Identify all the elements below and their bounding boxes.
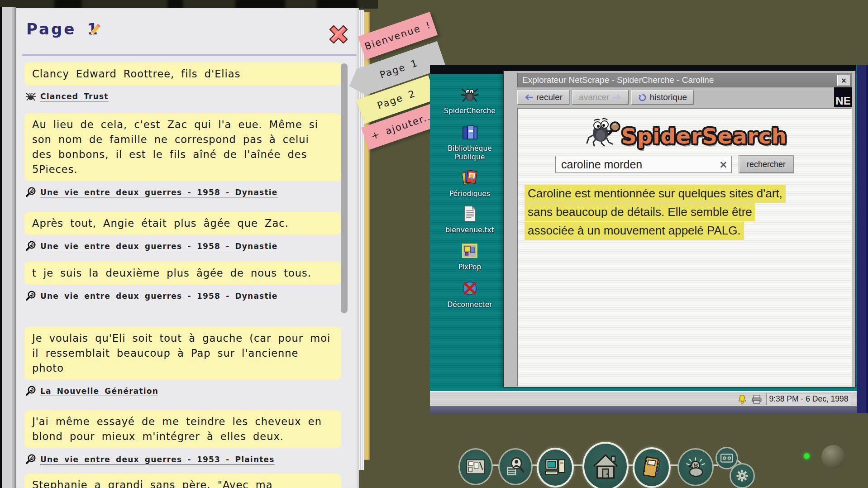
source-label: Clanced Trust xyxy=(40,92,109,101)
note-entry: Stephanie a grandi sans père. "Avec ma xyxy=(24,474,341,488)
browser-titlebar[interactable]: Explorateur NetScrape - SpiderCherche - … xyxy=(517,73,852,87)
window-close-button[interactable]: × xyxy=(837,75,850,86)
printer-icon xyxy=(751,394,763,404)
note-source-link[interactable]: La Nouvelle Génération xyxy=(25,386,341,397)
desktop-icon-label: Bibliothèque Publique xyxy=(434,144,506,162)
note-text[interactable]: t je suis la deuxième plus âgée de nous … xyxy=(24,262,341,285)
note-source-link[interactable]: Une vie entre deux guerres - 1958 - Dyna… xyxy=(25,241,341,252)
dock-evidence-board-button[interactable] xyxy=(458,448,493,485)
forward-label: avancer xyxy=(579,92,610,102)
image-viewer-icon xyxy=(461,242,479,260)
bell-icon xyxy=(737,394,747,405)
dock-computer-button[interactable] xyxy=(537,448,574,488)
result-line: associée à un mouvement appelé PALG. xyxy=(525,222,744,240)
magazines-icon xyxy=(460,168,479,187)
notebook-scrollbar[interactable] xyxy=(341,63,348,313)
browser-window: Explorateur NetScrape - SpiderCherche - … xyxy=(503,71,856,388)
source-label: La Nouvelle Génération xyxy=(40,387,158,396)
dock-duck-button[interactable] xyxy=(677,448,714,486)
note-text[interactable]: Au lieu de cela, c'est Zac qui l'a eue. … xyxy=(24,113,341,181)
desktop-icon-label: Déconnecter xyxy=(434,301,506,309)
history-button[interactable]: historique xyxy=(631,90,694,105)
evidence-board-icon xyxy=(466,459,486,475)
note-text[interactable]: Clancy Edward Roottree, fils d'Elias xyxy=(24,62,341,86)
search-results: Caroline est mentionnée sur quelques sit… xyxy=(525,185,851,240)
cassette-icon xyxy=(720,453,734,463)
clear-search-icon[interactable]: × xyxy=(719,158,728,170)
computer-icon xyxy=(544,458,566,477)
notebook-panel: Page 1 Clancy Edward Roottree, xyxy=(0,7,370,488)
gear-icon xyxy=(735,469,749,483)
notebook-left-page-edge xyxy=(0,7,16,488)
back-button[interactable]: reculer xyxy=(517,90,569,105)
magnifier-icon xyxy=(25,241,36,252)
history-icon xyxy=(638,93,647,102)
spider-mascot-icon xyxy=(582,115,624,148)
home-icon xyxy=(591,453,620,480)
forward-button[interactable]: avancer xyxy=(572,90,629,105)
netscrape-logo: NE xyxy=(834,87,852,107)
source-label: Une vie entre deux guerres - 1958 - Dyna… xyxy=(40,292,277,301)
duck-icon xyxy=(685,457,706,478)
header-divider xyxy=(22,54,357,56)
note-text[interactable]: Stephanie a grandi sans père. "Avec ma xyxy=(24,474,341,488)
dock-journal-button[interactable] xyxy=(633,447,671,488)
journal-icon xyxy=(640,456,663,479)
note-source-link[interactable]: Une vie entre deux guerres - 1958 - Dyna… xyxy=(25,291,341,301)
note-entry: t je suis la deuxième plus âgée de nous … xyxy=(24,262,341,301)
text-file-icon xyxy=(461,205,479,223)
monitor-right-bezel xyxy=(856,65,868,413)
monitor-bottom-bezel xyxy=(430,406,857,414)
note-source-link[interactable]: Une vie entre deux guerres - 1953 - Plai… xyxy=(25,454,341,465)
spidersearch-logo: SpiderSearch xyxy=(518,113,851,148)
back-label: reculer xyxy=(536,92,563,102)
spidersearch-wordmark: SpiderSearch xyxy=(621,124,787,148)
note-entry: J'ai même essayé de me teindre les cheve… xyxy=(24,410,341,465)
source-label: Une vie entre deux guerres - 1958 - Dyna… xyxy=(40,188,277,197)
forward-arrow-icon xyxy=(613,94,622,100)
dock-research-button[interactable] xyxy=(498,448,533,485)
note-entry: Clancy Edward Roottree, fils d'Elias Cla… xyxy=(24,62,341,101)
magnifier-icon xyxy=(25,454,36,465)
desktop-icon-deconnecter[interactable]: Déconnecter xyxy=(434,279,506,309)
notebook-page: Page 1 Clancy Edward Roottree, xyxy=(16,8,359,488)
desktop-icon-label: Périodiques xyxy=(434,190,506,198)
magnifier-icon xyxy=(25,187,36,198)
dock-settings-button[interactable] xyxy=(730,463,755,488)
magnifier-icon xyxy=(25,291,36,301)
back-arrow-icon xyxy=(524,94,533,100)
disconnect-globe-icon xyxy=(461,279,479,297)
desktop-icon-label: SpiderCherche xyxy=(434,107,506,115)
magnifier-icon xyxy=(25,386,36,397)
search-bar: × rechercher xyxy=(555,156,851,173)
note-text[interactable]: Je voulais qu'Eli soit tout à gauche (ca… xyxy=(24,327,341,380)
desktop-icon-bibliotheque[interactable]: Bibliothèque Publique xyxy=(434,123,506,162)
search-button[interactable]: rechercher xyxy=(739,156,793,173)
result-line: sans beaucoup de détails. Elle semble êt… xyxy=(525,203,755,221)
desktop-icon-bienvenue-txt[interactable]: bienvenue.txt xyxy=(434,205,506,234)
books-icon xyxy=(460,123,479,141)
source-label: Une vie entre deux guerres - 1958 - Dyna… xyxy=(40,242,277,251)
note-entry: Je voulais qu'Eli soit tout à gauche (ca… xyxy=(24,327,341,397)
note-text[interactable]: J'ai même essayé de me teindre les cheve… xyxy=(24,410,341,448)
desktop-icon-label: PixPop xyxy=(434,263,506,272)
desktop-icon-spidercherche[interactable]: SpiderCherche xyxy=(434,86,506,115)
close-notebook-button[interactable] xyxy=(327,23,350,46)
desktop-icon-label: bienvenue.txt xyxy=(434,226,506,234)
browser-toolbar: reculer avancer historique NE xyxy=(517,87,852,106)
note-source-link[interactable]: Une vie entre deux guerres - 1958 - Dyna… xyxy=(25,187,341,198)
trackball xyxy=(821,445,845,469)
spider-icon xyxy=(460,86,479,104)
system-clock: 9:38 PM - 6 Dec, 1998 xyxy=(766,393,851,405)
result-line: Caroline est mentionnée sur quelques sit… xyxy=(525,185,786,203)
note-entry: Après tout, Angie était plus âgée que Za… xyxy=(24,212,341,252)
note-source-link[interactable]: Clanced Trust xyxy=(25,91,341,101)
close-icon xyxy=(327,23,350,46)
dock-home-button[interactable] xyxy=(582,442,629,488)
desktop-icon-pixpop[interactable]: PixPop xyxy=(434,242,506,272)
note-text[interactable]: Après tout, Angie était plus âgée que Za… xyxy=(24,212,341,235)
edit-pencil-icon[interactable] xyxy=(87,23,102,38)
desktop-icon-periodiques[interactable]: Périodiques xyxy=(434,168,506,198)
note-entry: Au lieu de cela, c'est Zac qui l'a eue. … xyxy=(24,113,341,198)
search-input[interactable] xyxy=(555,156,732,173)
